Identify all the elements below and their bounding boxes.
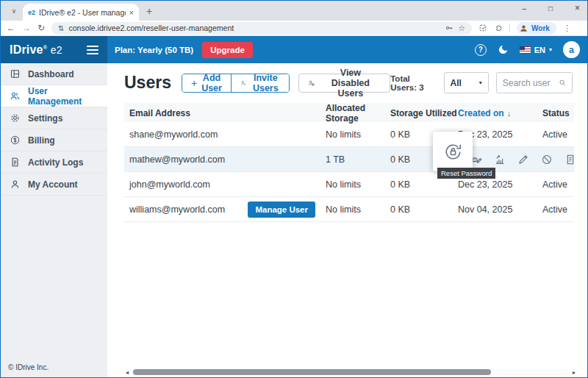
tab-search-chevron-icon[interactable]: ∨ <box>7 4 21 18</box>
filter-selected-value: All <box>451 78 462 88</box>
browser-tab-strip: ∨ e2 IDrive® e2 - User management × + – … <box>1 1 587 21</box>
manage-user-button[interactable]: Manage User <box>248 202 315 218</box>
language-selector[interactable]: EN ▾ <box>520 46 552 54</box>
forward-icon[interactable]: → <box>22 24 31 32</box>
reset-password-icon <box>443 142 463 162</box>
sidebar-item-label: Billing <box>28 135 55 146</box>
address-bar[interactable]: ⇅ console.idrivee2.com/reseller-user-man… <box>51 22 472 35</box>
invite-users-button[interactable]: Invite Users <box>231 74 290 92</box>
allocated-storage-value: No limits <box>326 179 390 190</box>
window-controls: – □ × <box>522 3 580 13</box>
table-row[interactable]: john@myworld.com No limits 0 KB Dec 23, … <box>124 172 574 197</box>
reset-password-tooltip: Reset Password <box>437 168 495 179</box>
back-icon[interactable]: ← <box>7 24 15 32</box>
extensions-puzzle-icon[interactable] <box>494 24 503 32</box>
account-avatar[interactable]: a <box>563 41 580 58</box>
status-value: Active <box>542 129 574 140</box>
total-users-count: Total Users: 3 <box>390 74 436 92</box>
site-info-icon[interactable]: ⇅ <box>58 24 64 32</box>
minimize-icon[interactable]: – <box>522 4 526 13</box>
col-storage-utilized: Storage Utilized <box>390 108 458 118</box>
status-value: Active <box>542 204 574 215</box>
user-email: shane@myworld.com <box>124 129 326 140</box>
url-text[interactable]: console.idrivee2.com/reseller-user-manag… <box>68 24 440 32</box>
dropdown-caret-icon: ▾ <box>479 79 482 86</box>
storage-utilized-value: 0 KB <box>390 179 458 190</box>
created-on-value: Dec 23, 2025 <box>458 179 542 190</box>
sidebar-item-settings[interactable]: Settings <box>1 107 107 129</box>
upgrade-button[interactable]: Upgrade <box>202 42 253 58</box>
plus-icon: + <box>191 77 197 89</box>
dark-mode-moon-icon[interactable] <box>498 44 509 55</box>
idrive-e2-logo: IDrive® e2 <box>10 43 62 57</box>
scrollbar-thumb[interactable] <box>133 369 491 375</box>
dashboard-icon <box>10 68 21 79</box>
person-icon <box>10 179 21 190</box>
language-label: EN <box>534 46 545 54</box>
sidebar: Dashboard User Management Settings Billi… <box>1 63 107 377</box>
browser-window: { "browser": { "tab": { "favicon": "e2",… <box>0 0 588 378</box>
sidebar-item-label: Activity Logs <box>28 157 83 168</box>
view-disabled-users-button[interactable]: View Disabled Users <box>298 74 390 93</box>
user-email-cell: williams@myworld.com Manage User <box>124 202 326 218</box>
header-right: ? EN ▾ a <box>475 41 587 58</box>
browser-menu-icon[interactable]: ⋮ <box>563 24 571 33</box>
add-user-label: Add User <box>201 74 222 93</box>
hamburger-menu-icon[interactable] <box>87 46 98 54</box>
search-box <box>496 72 573 93</box>
edit-icon[interactable] <box>517 154 529 165</box>
language-caret-icon: ▾ <box>549 46 552 53</box>
horizontal-scrollbar: ◄ ► <box>124 368 577 376</box>
profile-chip[interactable]: Work <box>517 22 556 35</box>
add-user-button[interactable]: + Add User <box>182 74 231 92</box>
table-row-hovered[interactable]: mathew@myworld.com 1 TB 0 KB <box>124 147 574 172</box>
user-email: john@myworld.com <box>124 179 326 190</box>
created-on-value: Nov 04, 2025 <box>458 204 542 215</box>
e2-favicon-icon: e2 <box>28 9 35 16</box>
sidebar-item-dashboard[interactable]: Dashboard <box>1 63 107 85</box>
table-row[interactable]: shane@myworld.com No limits 0 KB Dec 23,… <box>124 122 574 147</box>
reload-icon[interactable]: ↻ <box>37 24 45 32</box>
copyright-footer: © IDrive Inc. <box>8 363 49 371</box>
password-key-icon[interactable] <box>445 24 453 32</box>
us-flag-icon <box>520 46 531 54</box>
table-header-row: Email Address Allocated Storage Storage … <box>124 103 574 122</box>
logs-icon[interactable] <box>564 154 576 165</box>
created-on-label: Created on <box>458 108 504 118</box>
user-filter-dropdown[interactable]: All ▾ <box>444 72 489 93</box>
person-disabled-icon <box>308 78 315 88</box>
view-disabled-label: View Disabled Users <box>320 68 381 99</box>
tab-close-icon[interactable]: × <box>129 8 134 17</box>
profile-avatar-icon <box>519 24 528 33</box>
invite-users-label: Invite Users <box>251 74 281 93</box>
col-created-on-sort[interactable]: Created on ↓ <box>458 108 542 118</box>
maximize-icon[interactable]: □ <box>548 4 553 13</box>
new-tab-button[interactable]: + <box>146 5 152 17</box>
allocated-storage-value: No limits <box>326 129 390 140</box>
app-header: IDrive® e2 Plan: Yearly (50 TB) Upgrade … <box>1 36 587 63</box>
disable-user-icon[interactable] <box>541 154 553 165</box>
sidebar-item-my-account[interactable]: My Account <box>1 174 107 196</box>
row-actions <box>458 153 574 165</box>
table-row[interactable]: williams@myworld.com Manage User No limi… <box>124 197 574 222</box>
tab-title: IDrive® e2 - User management <box>39 8 126 17</box>
reset-password-button[interactable] <box>433 132 473 171</box>
close-window-icon[interactable]: × <box>575 3 580 13</box>
extension-icon[interactable] <box>478 24 487 32</box>
sidebar-item-billing[interactable]: Billing <box>1 129 107 151</box>
scroll-left-arrow-icon[interactable]: ◄ <box>124 370 130 375</box>
bookmark-star-icon[interactable]: ☆ <box>458 24 465 33</box>
list-controls: Total Users: 3 All ▾ <box>390 72 573 93</box>
sidebar-item-user-management[interactable]: User Management <box>1 85 107 107</box>
usage-stats-icon[interactable] <box>494 154 506 165</box>
search-icon[interactable] <box>559 78 567 88</box>
sidebar-item-label: Dashboard <box>28 69 74 79</box>
scroll-right-arrow-icon[interactable]: ► <box>571 370 577 375</box>
scrollbar-track[interactable] <box>132 369 570 375</box>
sidebar-item-label: My Account <box>28 179 78 190</box>
help-icon[interactable]: ? <box>475 44 487 56</box>
browser-tab[interactable]: e2 IDrive® e2 - User management × <box>23 4 139 21</box>
storage-utilized-value: 0 KB <box>390 204 458 215</box>
sidebar-item-activity-logs[interactable]: Activity Logs <box>1 151 107 174</box>
search-input[interactable] <box>503 78 554 88</box>
